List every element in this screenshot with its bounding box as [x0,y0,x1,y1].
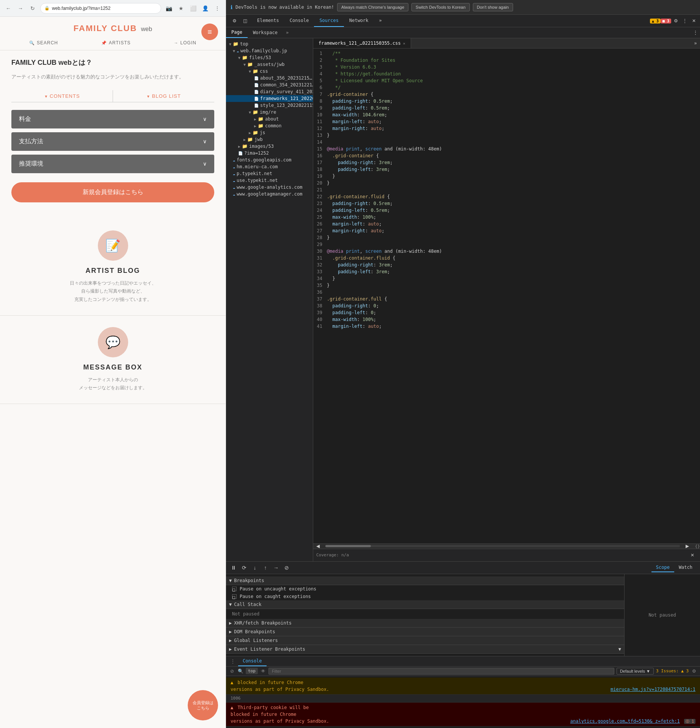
scope-tab[interactable]: Scope [651,563,674,572]
tab-console[interactable]: Console [284,15,314,27]
active-code-tab[interactable]: frameworks_121_…0221150355.css ✕ [313,38,411,48]
profile-button[interactable]: 👤 [201,4,210,13]
subtab-page[interactable]: Page [226,27,248,38]
settings-button[interactable]: ⚙ [671,16,680,25]
step-over-button[interactable]: ⟳ [240,563,249,572]
menu-button[interactable]: ⋮ [213,4,222,13]
tree-item-ga[interactable]: ☁ www.google-analytics.com [226,184,313,191]
accordion-item-3[interactable]: 推奨環境 ∨ [11,155,214,173]
scrollbar-track[interactable] [325,545,680,547]
tab-network[interactable]: Network [344,15,374,27]
tree-item-gtm[interactable]: ☁ www.googletagmanager.com [226,191,313,197]
devtools-panel: ℹ DevTools is now available in Korean! A… [226,0,700,728]
tree-item-frameworks[interactable]: 📄 frameworks_121_20220… [226,95,313,102]
step-out-button[interactable]: ↑ [261,563,270,572]
console-clear-button[interactable]: ⊘ [229,668,235,674]
console-top-indicator[interactable]: top [246,668,258,674]
breakpoints-header[interactable]: ▼ Breakpoints [226,576,624,585]
tree-item-use-typekit[interactable]: ☁ use.typekit.net [226,177,313,184]
tree-item-fonts[interactable]: ☁ fonts.googleapis.com [226,157,313,163]
subtab-workspace[interactable]: Workspace [248,28,283,38]
pause-button[interactable]: ⏸ [229,563,238,572]
console-search-button[interactable]: 🔍 [237,668,243,674]
scrollbar-thumb[interactable] [325,545,371,547]
more-options-button[interactable]: ⋮ [680,16,689,25]
uncaught-checkbox[interactable]: □ [232,587,237,591]
screenshot-button[interactable]: 📷 [164,4,173,13]
tree-item-assets-jwb[interactable]: ▼ 📁 _assets/jwb [226,61,313,68]
subtab-options-button[interactable]: ⋮ [691,28,700,37]
tree-item-files53[interactable]: ▼ 📁 files/53 [226,54,313,61]
dont-show-again-button[interactable]: Don't show again [473,3,513,11]
forward-button[interactable]: → [16,4,25,13]
tab-more[interactable]: » [374,15,387,27]
tab-sources[interactable]: Sources [314,15,344,27]
accordion-item-1[interactable]: 料金 ∨ [11,110,214,128]
tree-item-imgre[interactable]: ▼ 📁 img/re [226,109,313,116]
switch-korean-button[interactable]: Switch DevTools to Korean [411,3,469,11]
nav-artists[interactable]: 📌 ARTISTS [101,40,130,45]
tree-label-assets-jwb: _assets/jwb [254,62,284,67]
tab-elements[interactable]: Elements [252,15,284,27]
tree-item-common[interactable]: 📄 common_354_20231221… [226,81,313,88]
tree-item-common-folder[interactable]: ▶ 📁 common [226,122,313,129]
subtab-more[interactable]: » [283,28,292,38]
step-into-button[interactable]: ↓ [250,563,259,572]
code-content[interactable]: 1 /** 2 * Foundation for Sites 3 * Versi… [313,49,700,543]
xhr-header[interactable]: ▶ XHR/fetch Breakpoints [226,619,624,628]
code-scrollbar[interactable]: ◀ ▶ {} [313,543,700,549]
bookmark-button[interactable]: ★ [176,4,185,13]
tree-item-mieru[interactable]: ☁ hm.mieru-ca.com [226,163,313,170]
close-devtools-button[interactable]: ✕ [689,16,698,25]
code-tab-more[interactable]: » [691,39,700,48]
extensions-button[interactable]: ⬜ [188,4,198,13]
default-levels-button[interactable]: Default levels ▼ [617,668,654,675]
caught-checkbox[interactable]: □ [232,594,237,599]
tree-item-jwb[interactable]: ▶ 📁 jwb [226,136,313,143]
tree-item-js[interactable]: ▶ 📁 js [226,129,313,136]
global-header[interactable]: ▶ Global Listeners [226,636,624,645]
tree-item-about[interactable]: 📄 about_356_20231215… [226,75,313,81]
console-more-options[interactable]: ⋮ [229,658,237,665]
deactivate-button[interactable]: ⊘ [282,563,291,572]
dom-header[interactable]: ▶ DOM Breakpoints [226,628,624,636]
eye-button[interactable]: 👁 [260,668,266,674]
tree-item-style[interactable]: 📄 style_123_2022022115… [226,102,313,109]
brand-name: FAMILY CLUB [74,23,137,33]
coverage-text: Coverage: n/a [316,553,349,557]
always-match-button[interactable]: Always match Chrome's language [337,3,408,11]
console-filter-input[interactable] [268,668,614,675]
device-mode-button[interactable]: ◫ [240,16,250,25]
inspect-icon-button[interactable]: ⚙ [230,16,239,25]
accordion-item-2[interactable]: 支払方法 ∨ [11,132,214,151]
nav-login[interactable]: → LOGIN [174,40,196,45]
tree-item-diary[interactable]: 📄 diary_survey_411_2024… [226,88,313,95]
console-tab[interactable]: Console [238,656,267,666]
error-link-1[interactable]: analytics.google.com…tfd=5130& z=fetch:1 [570,719,680,724]
warning-link-1[interactable]: mieruca-hm.js?v=1720847570714:1 [611,687,695,692]
callstack-header[interactable]: ▼ Call Stack [226,600,624,609]
cta-register-button[interactable]: 新規会員登録はこちら [11,182,214,202]
step-button[interactable]: → [272,563,281,572]
blog-list-tab[interactable]: BLOG LIST [113,90,214,102]
tree-item-images53[interactable]: ▶ 📁 images/53 [226,143,313,150]
tree-item-ima[interactable]: 📄 ?ima=1252 [226,150,313,157]
tree-item-top[interactable]: ▼ 📁 top [226,41,313,47]
coverage-close-button[interactable]: ✕ [688,551,697,560]
hamburger-icon: ≡ [207,28,212,36]
url-bar[interactable]: 🔒 web.familyclub.jp/?ima=1252 [40,3,161,14]
tree-item-css[interactable]: ▼ 📁 css [226,68,313,75]
close-tab-icon[interactable]: ✕ [403,41,405,45]
nav-search[interactable]: 🔍 SEARCH [29,40,58,45]
issues-button[interactable]: ⚙ [691,668,697,674]
hamburger-button[interactable]: ≡ [201,23,218,40]
watch-tab[interactable]: Watch [674,563,697,572]
floating-member-button[interactable]: 会員登録はこちら [188,690,218,720]
refresh-button[interactable]: ↻ [28,4,37,13]
tree-item-about-folder[interactable]: ▶ 📁 about [226,116,313,122]
tree-item-typekit[interactable]: ☁ p.typekit.net [226,170,313,177]
back-button[interactable]: ← [4,4,13,13]
event-header[interactable]: ▶ Event Listener Breakpoints ▼ [226,645,624,654]
tree-item-familyclub[interactable]: ▼ ☁ web.familyclub.jp [226,47,313,54]
contents-tab[interactable]: CONTENTS [11,90,113,102]
